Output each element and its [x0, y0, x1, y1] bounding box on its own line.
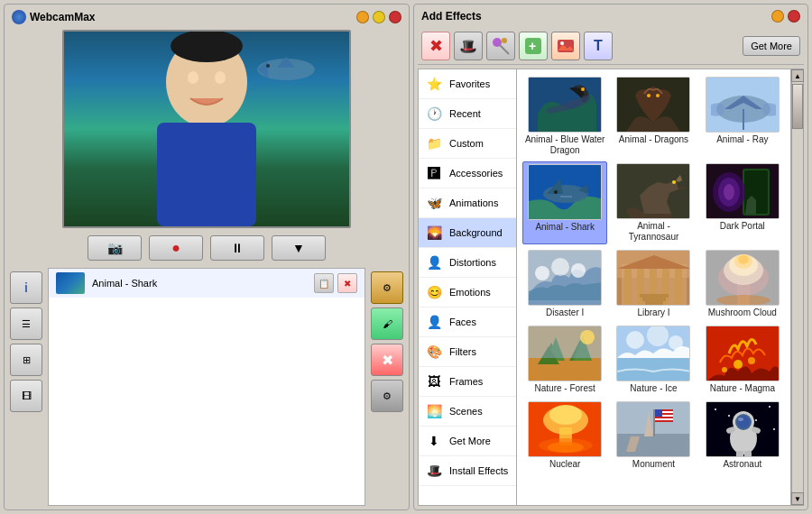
effect-item-nature-magma[interactable]: Nature - Magma	[700, 324, 785, 396]
effect-item-astronaut[interactable]: Astronaut	[700, 399, 785, 472]
list-side-icon: ☰	[22, 318, 31, 330]
video-preview	[62, 30, 351, 228]
category-install-effects[interactable]: 🎩 Install Effects	[419, 456, 516, 486]
camera-button[interactable]: 📷	[88, 235, 142, 261]
category-frames[interactable]: 🖼 Frames	[419, 367, 516, 397]
right-title-text: Add Effects	[421, 10, 482, 23]
effect-item-monument[interactable]: Monument	[611, 399, 696, 472]
paint-button[interactable]: 🖌	[371, 307, 403, 340]
svg-rect-87	[653, 409, 655, 436]
svg-point-19	[581, 87, 585, 91]
copy-list-button[interactable]: 📋	[314, 273, 334, 293]
add-icon: +	[523, 36, 543, 56]
grid-side-button[interactable]: ⊞	[10, 344, 42, 376]
right-window-controls	[771, 10, 800, 23]
remove-effect-tool-button[interactable]: ✖	[421, 32, 450, 60]
effect-thumb-mushroom	[706, 250, 780, 306]
effect-item-dragons[interactable]: Animal - Dragons	[611, 75, 696, 158]
text-tool-button[interactable]: T	[584, 32, 613, 60]
svg-line-12	[500, 45, 509, 54]
effect-label-tyrannosaur: Animal - Tyrannosaur	[613, 221, 694, 243]
photo-tool-button[interactable]	[551, 32, 580, 60]
category-get-more[interactable]: ⬇ Get More	[419, 427, 516, 456]
categories-sidebar: ⭐ Favorites 🕐 Recent 📁 Custom 🅿 Accessor…	[418, 69, 517, 506]
delete-list-button[interactable]: ✖	[337, 273, 357, 293]
gear-button[interactable]: ⚙	[371, 380, 403, 412]
effect-item-blue-dragon[interactable]: Animal - Blue Water Dragon	[522, 75, 607, 158]
favorites-icon: ⭐	[424, 74, 444, 94]
get-more-cat-icon: ⬇	[424, 431, 444, 451]
faces-icon: 👤	[424, 312, 444, 332]
paint-icon: 🖌	[383, 318, 392, 329]
record-button[interactable]: ●	[149, 235, 203, 261]
magic-wand-icon	[491, 36, 511, 56]
category-animations[interactable]: 🦋 Animations	[419, 188, 516, 218]
close-button[interactable]	[389, 11, 401, 23]
effect-item-mushroom-cloud[interactable]: Mushroom Cloud	[700, 248, 785, 320]
effect-item-disaster[interactable]: Disaster I	[522, 248, 607, 320]
effect-item-nature-forest[interactable]: Nature - Forest	[522, 324, 607, 396]
photo-icon	[556, 36, 576, 56]
effect-item-ray[interactable]: Animal - Ray	[700, 75, 785, 158]
effect-item-tyrannosaur[interactable]: Animal - Tyrannosaur	[611, 161, 696, 244]
effect-thumb-ray	[706, 77, 780, 133]
left-window-title: WebcamMax	[12, 10, 95, 24]
effects-grid-container[interactable]: Animal - Blue Water Dragon	[517, 69, 791, 506]
list-side-button[interactable]: ☰	[10, 307, 42, 340]
category-accessories-label: Accessories	[449, 168, 503, 179]
settings-icon: ⚙	[383, 282, 392, 294]
effect-item-shark[interactable]: Animal - Shark	[522, 161, 607, 244]
category-custom[interactable]: 📁 Custom	[419, 129, 516, 159]
svg-rect-48	[675, 269, 682, 306]
category-distortions[interactable]: 👤 Distortions	[419, 248, 516, 278]
category-favorites[interactable]: ⭐ Favorites	[419, 69, 516, 99]
svg-rect-52	[645, 301, 663, 306]
effects-content: ⭐ Favorites 🕐 Recent 📁 Custom 🅿 Accessor…	[418, 69, 804, 506]
download-button[interactable]: ▼	[272, 235, 326, 261]
magic-tool-button[interactable]	[486, 32, 515, 60]
effect-item-dark-portal[interactable]: Dark Portal	[700, 161, 785, 244]
effect-label-nuclear: Nuclear	[549, 459, 580, 470]
gear-icon: ⚙	[383, 390, 392, 402]
scroll-down-button[interactable]: ▼	[791, 492, 804, 505]
minimize-button[interactable]	[356, 11, 369, 23]
info-side-button[interactable]: i	[10, 271, 42, 304]
effect-thumb-dark-portal	[706, 163, 780, 219]
text-icon: T	[594, 38, 603, 54]
scrollbar[interactable]: ▲ ▼	[791, 69, 804, 506]
svg-point-74	[669, 335, 683, 350]
pause-button[interactable]: ⏸	[210, 235, 264, 261]
svg-point-105	[738, 418, 743, 421]
right-close-btn[interactable]	[788, 10, 800, 23]
category-filters-label: Filters	[449, 346, 476, 357]
hat-tool-button[interactable]: 🎩	[454, 32, 483, 60]
scroll-up-button[interactable]: ▲	[791, 69, 804, 82]
remove-button[interactable]: ✖	[371, 344, 403, 376]
scroll-thumb[interactable]	[792, 84, 803, 129]
category-filters[interactable]: 🎨 Filters	[419, 337, 516, 367]
maximize-button[interactable]	[373, 11, 385, 23]
category-background[interactable]: 🌄 Background	[419, 218, 516, 248]
effect-item-nature-ice[interactable]: Nature - Ice	[611, 324, 696, 396]
right-minimize-btn[interactable]	[771, 10, 784, 23]
category-emotions[interactable]: 😊 Emotions	[419, 278, 516, 307]
category-scenes[interactable]: 🌅 Scenes	[419, 397, 516, 427]
category-faces[interactable]: 👤 Faces	[419, 307, 516, 337]
bottom-section: i ☰ ⊞ 🎞 Animal - Shark	[8, 268, 405, 506]
recent-icon: 🕐	[424, 104, 444, 124]
effect-item-nuclear[interactable]: Nuclear	[522, 399, 607, 472]
effect-thumb-library	[616, 250, 690, 306]
svg-rect-109	[744, 451, 752, 457]
svg-point-78	[722, 367, 727, 372]
effects-settings-button[interactable]: ⚙	[371, 271, 403, 304]
get-more-button[interactable]: Get More	[743, 36, 800, 56]
right-titlebar: Add Effects	[418, 8, 804, 24]
film-side-button[interactable]: 🎞	[10, 380, 42, 412]
category-accessories[interactable]: 🅿 Accessories	[419, 159, 516, 188]
add-tool-button[interactable]: +	[519, 32, 548, 60]
effect-list-item[interactable]: Animal - Shark 📋 ✖	[49, 269, 364, 298]
effect-label-astronaut: Astronaut	[723, 459, 761, 470]
effect-item-library[interactable]: Library I	[611, 248, 696, 320]
category-recent[interactable]: 🕐 Recent	[419, 99, 516, 129]
playback-controls: 📷 ● ⏸ ▼	[8, 235, 405, 261]
